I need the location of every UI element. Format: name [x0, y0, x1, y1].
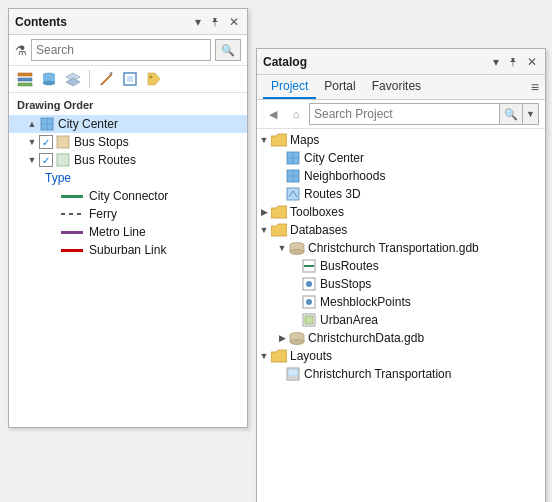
catalog-close-btn[interactable]: ✕ — [525, 55, 539, 69]
tree-item-city-center[interactable]: ▲ City Center — [9, 115, 247, 133]
catalog-item-layouts[interactable]: ▼ Layouts — [257, 347, 545, 365]
metro-line-label: Metro Line — [89, 225, 146, 239]
catalog-auto-hide-btn[interactable]: 🖈 — [505, 55, 521, 69]
catalog-item-maps[interactable]: ▼ Maps — [257, 131, 545, 149]
catalog-item-routes-3d[interactable]: Routes 3D — [257, 185, 545, 203]
bus-stops-label: Bus Stops — [74, 135, 129, 149]
expand-icon[interactable]: ▼ — [25, 135, 39, 149]
contents-tree: ▲ City Center ▼ ✓ Bus Stops ▼ ✓ — [9, 113, 247, 427]
svg-marker-9 — [101, 74, 112, 85]
catalog-tabs-left: Project Portal Favorites — [263, 75, 429, 99]
svg-rect-10 — [109, 72, 113, 76]
contents-search-bar: ⚗ 🔍 — [9, 35, 247, 66]
gdb-icon — [289, 240, 305, 256]
layouts-expand-icon[interactable]: ▼ — [257, 349, 271, 363]
tab-favorites[interactable]: Favorites — [364, 75, 429, 99]
legend-ferry: Ferry — [9, 205, 247, 223]
svg-rect-43 — [305, 316, 313, 324]
christchurchdata-gdb-expand-icon[interactable]: ▶ — [275, 331, 289, 345]
catalog-search-button[interactable]: 🔍 — [499, 104, 522, 124]
catalog-item-urbanarea[interactable]: UrbanArea — [257, 311, 545, 329]
contents-close-btn[interactable]: ✕ — [227, 15, 241, 29]
catalog-item-christchurch-gdb[interactable]: ▼ Christchurch Transportation.gdb — [257, 239, 545, 257]
christchurch-gdb-expand-icon[interactable]: ▼ — [275, 241, 289, 255]
catalog-item-neighborhoods[interactable]: Neighborhoods — [257, 167, 545, 185]
contents-search-button[interactable]: 🔍 — [215, 39, 241, 61]
tree-item-bus-routes[interactable]: ▼ ✓ Bus Routes — [9, 151, 247, 169]
expand-icon[interactable]: ▲ — [25, 117, 39, 131]
contents-search-input[interactable] — [31, 39, 211, 61]
svg-rect-18 — [57, 154, 69, 166]
catalog-tabs-bar: Project Portal Favorites ≡ — [257, 75, 545, 100]
neighborhoods-map-icon — [285, 168, 301, 184]
svg-rect-51 — [288, 369, 298, 376]
svg-rect-2 — [18, 83, 32, 86]
svg-rect-1 — [18, 78, 32, 81]
catalog-item-christchurchdata-gdb[interactable]: ▶ ChristchurchData.gdb — [257, 329, 545, 347]
toolbar-list-icon[interactable] — [15, 69, 35, 89]
catalog-item-christchurch-layout[interactable]: Christchurch Transportation — [257, 365, 545, 383]
svg-rect-52 — [288, 377, 292, 380]
catalog-pin-btn[interactable]: ▾ — [491, 55, 501, 69]
tab-portal[interactable]: Portal — [316, 75, 363, 99]
search-icon: 🔍 — [504, 108, 518, 121]
toolbar-tag-icon[interactable] — [144, 69, 164, 89]
maps-expand-icon[interactable]: ▼ — [257, 133, 271, 147]
catalog-nav-bar: ◀ ⌂ 🔍 ▼ — [257, 100, 545, 129]
busstops-label: BusStops — [320, 277, 371, 291]
contents-header: Contents ▾ 🖈 ✕ — [9, 9, 247, 35]
christchurch-layout-label: Christchurch Transportation — [304, 367, 451, 381]
svg-point-5 — [43, 81, 55, 85]
routes-3d-label: Routes 3D — [304, 187, 361, 201]
ferry-line — [61, 213, 83, 215]
expand-icon[interactable]: ▼ — [25, 153, 39, 167]
nav-home-btn[interactable]: ⌂ — [286, 104, 306, 124]
tab-project[interactable]: Project — [263, 75, 316, 99]
databases-expand-icon[interactable]: ▼ — [257, 223, 271, 237]
bus-stops-checkbox[interactable]: ✓ — [39, 135, 53, 149]
neighborhoods-label: Neighborhoods — [304, 169, 385, 183]
meshblock-fc-icon — [301, 294, 317, 310]
legend-city-connector: City Connector — [9, 187, 247, 205]
routes3d-icon — [285, 186, 301, 202]
layout-item-icon — [285, 366, 301, 382]
nav-back-btn[interactable]: ◀ — [263, 104, 283, 124]
catalog-menu-icon[interactable]: ≡ — [531, 79, 539, 95]
svg-marker-30 — [271, 224, 287, 236]
filter-icon[interactable]: ⚗ — [15, 43, 27, 58]
tree-item-type: Type — [9, 169, 247, 187]
toolbar-pencil-icon[interactable] — [96, 69, 116, 89]
city-center-map-icon — [285, 150, 301, 166]
contents-toolbar — [9, 66, 247, 93]
type-label: Type — [45, 171, 71, 185]
ferry-label: Ferry — [89, 207, 117, 221]
catalog-item-meshblock[interactable]: MeshblockPoints — [257, 293, 545, 311]
catalog-header: Catalog ▾ 🖈 ✕ — [257, 49, 545, 75]
catalog-search-dropdown[interactable]: ▼ — [522, 104, 538, 124]
toolboxes-folder-icon — [271, 204, 287, 220]
bus-routes-checkbox[interactable]: ✓ — [39, 153, 53, 167]
dropdown-arrow-icon: ▼ — [526, 109, 535, 119]
contents-pin-btn[interactable]: ▾ — [193, 15, 203, 29]
tree-item-bus-stops[interactable]: ▼ ✓ Bus Stops — [9, 133, 247, 151]
catalog-title: Catalog — [263, 55, 307, 69]
svg-rect-26 — [287, 188, 299, 200]
contents-auto-hide-btn[interactable]: 🖈 — [207, 15, 223, 29]
catalog-item-toolboxes[interactable]: ▶ Toolboxes — [257, 203, 545, 221]
catalog-item-city-center[interactable]: City Center — [257, 149, 545, 167]
contents-panel: Contents ▾ 🖈 ✕ ⚗ 🔍 — [8, 8, 248, 428]
catalog-item-busroutes[interactable]: BusRoutes — [257, 257, 545, 275]
svg-marker-49 — [271, 350, 287, 362]
urbanarea-fc-icon — [301, 312, 317, 328]
catalog-item-databases[interactable]: ▼ Databases — [257, 221, 545, 239]
busstops-fc-icon — [301, 276, 317, 292]
busroutes-fc-icon — [301, 258, 317, 274]
toolbar-layers-icon[interactable] — [63, 69, 83, 89]
catalog-search-input[interactable] — [310, 105, 499, 123]
city-connector-label: City Connector — [89, 189, 168, 203]
toolbar-frame-icon[interactable] — [120, 69, 140, 89]
toolboxes-expand-icon[interactable]: ▶ — [257, 205, 271, 219]
toolbar-cylinder-icon[interactable] — [39, 69, 59, 89]
catalog-panel: Catalog ▾ 🖈 ✕ Project Portal Favorites ≡… — [256, 48, 546, 502]
catalog-item-busstops[interactable]: BusStops — [257, 275, 545, 293]
